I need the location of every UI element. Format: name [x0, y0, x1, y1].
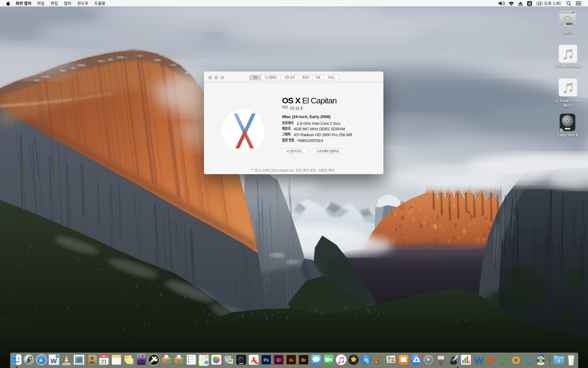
svg-text:STX: STX	[164, 360, 167, 362]
svg-text:7: 7	[419, 355, 421, 358]
svg-text:q: q	[169, 361, 170, 363]
svg-text:X: X	[500, 354, 507, 366]
svg-text:ID: ID	[277, 358, 281, 362]
svg-text:21: 21	[101, 359, 107, 365]
svg-text:A: A	[528, 2, 531, 6]
svg-text:O: O	[512, 354, 520, 366]
svg-text:L: L	[525, 354, 532, 366]
svg-text:q: q	[181, 361, 182, 363]
svg-text:W: W	[473, 354, 484, 366]
svg-text:3D: 3D	[205, 362, 208, 364]
svg-text:Ps: Ps	[264, 358, 269, 362]
svg-text:STX: STX	[176, 360, 179, 362]
svg-text:Br: Br	[301, 358, 306, 362]
svg-text:Ai: Ai	[289, 358, 293, 362]
svg-text:P: P	[488, 354, 495, 366]
